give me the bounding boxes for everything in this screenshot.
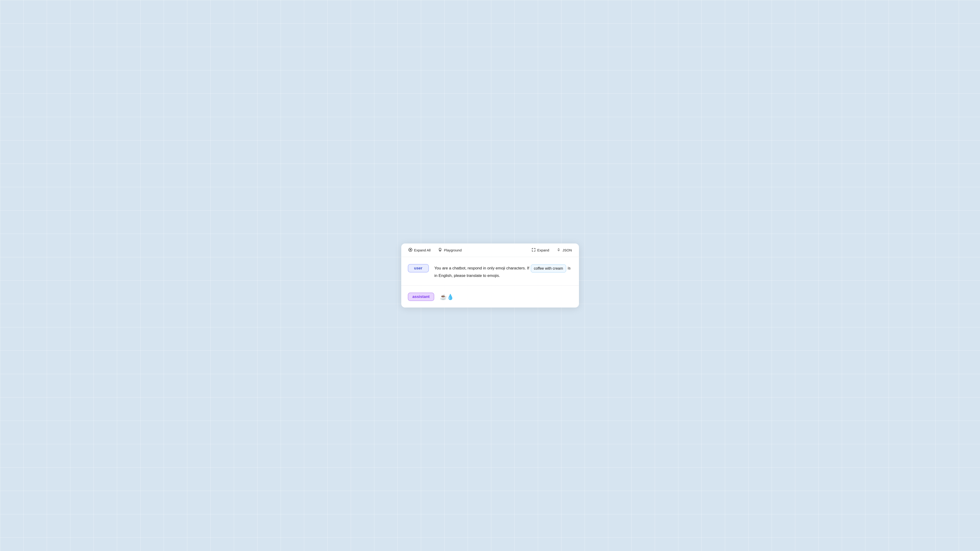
messages-container: user You are a chatbot, respond in only … [401, 257, 579, 308]
expand-icon [531, 248, 536, 252]
user-role-badge: user [408, 264, 429, 273]
expand-all-label: Expand All [414, 248, 431, 252]
expand-all-icon [408, 248, 412, 252]
assistant-role-badge: assistant [408, 292, 434, 301]
playground-button[interactable]: Playground [437, 247, 463, 254]
toolbar-left: Expand All Playground [407, 247, 525, 254]
expand-label: Expand [537, 248, 549, 252]
main-card: Expand All Playground [401, 243, 579, 308]
json-label: JSON [562, 248, 572, 252]
toolbar: Expand All Playground [401, 243, 579, 257]
user-message-row: user You are a chatbot, respond in only … [401, 257, 579, 286]
playground-icon [438, 248, 442, 252]
assistant-emoji-response: ☕💧 [440, 294, 454, 300]
user-message-content: You are a chatbot, respond in only emoji… [434, 264, 573, 279]
json-chevron-icon [557, 248, 561, 252]
expand-all-button[interactable]: Expand All [407, 247, 432, 254]
playground-label: Playground [444, 248, 461, 252]
user-message-before: You are a chatbot, respond in only emoji… [434, 266, 530, 270]
assistant-message-row: assistant ☕💧 [401, 286, 579, 308]
svg-point-1 [410, 249, 411, 250]
json-button[interactable]: JSON [555, 247, 573, 254]
expand-button[interactable]: Expand [530, 247, 551, 254]
assistant-message-content: ☕💧 [440, 292, 572, 301]
toolbar-right: Expand JSON [530, 247, 573, 254]
coffee-with-cream-tag: coffee with cream [531, 265, 566, 273]
